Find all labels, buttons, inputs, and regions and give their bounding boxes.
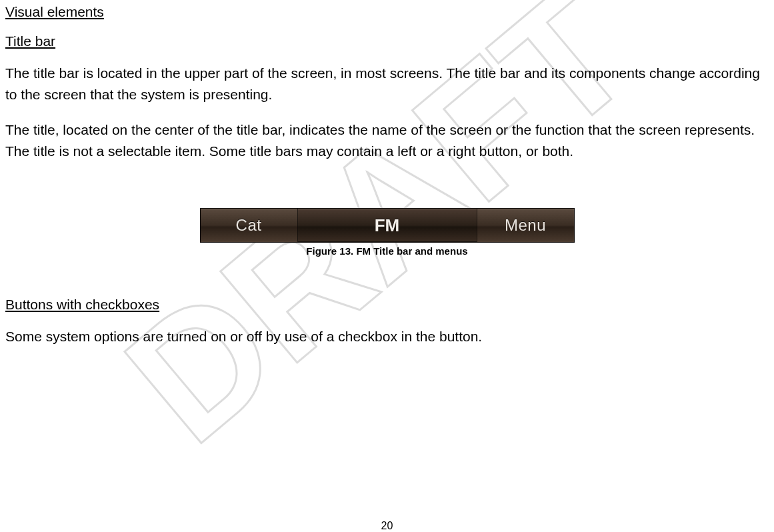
figure-caption: Figure 13. FM Title bar and menus bbox=[5, 245, 769, 257]
heading-buttons-checkboxes: Buttons with checkboxes bbox=[5, 297, 769, 313]
heading-title-bar: Title bar bbox=[5, 33, 769, 49]
titlebar-figure: Cat FM Menu bbox=[200, 208, 575, 243]
heading-visual-elements: Visual elements bbox=[5, 4, 769, 20]
titlebar-right-button[interactable]: Menu bbox=[477, 209, 574, 242]
titlebar-left-button[interactable]: Cat bbox=[201, 209, 298, 242]
paragraph-titlebar-2: The title, located on the center of the … bbox=[5, 119, 769, 161]
page-number: 20 bbox=[0, 520, 774, 532]
titlebar-title: FM bbox=[298, 209, 477, 242]
paragraph-checkboxes-1: Some system options are turned on or off… bbox=[5, 326, 769, 347]
paragraph-titlebar-1: The title bar is located in the upper pa… bbox=[5, 63, 769, 105]
